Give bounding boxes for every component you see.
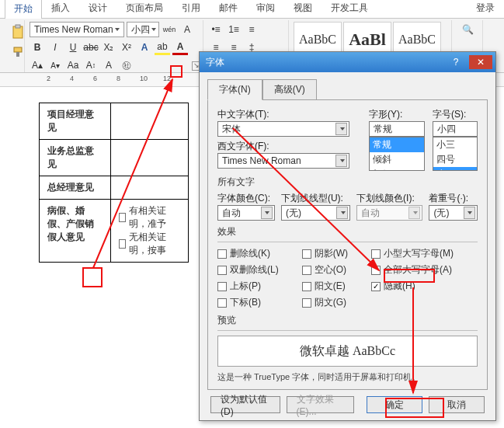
chk-engrave[interactable]: 阴文(G) xyxy=(302,296,348,309)
emphasis-combo[interactable]: (无) xyxy=(429,205,478,221)
cell-check-label: 有相关证明，准予 xyxy=(129,204,180,231)
chk-double-strike[interactable]: 双删除线(L) xyxy=(217,263,279,277)
style-listbox[interactable]: 常规 倾斜 加粗 xyxy=(369,137,425,171)
ok-button[interactable]: 确定 xyxy=(367,396,422,413)
highlight-button[interactable]: ab xyxy=(155,40,170,55)
chk-outline[interactable]: 空心(O) xyxy=(302,263,348,277)
find-button[interactable]: 🔍 xyxy=(457,22,478,37)
bullets-button[interactable]: •≡ xyxy=(208,22,224,37)
size-option[interactable]: 四号 xyxy=(433,152,477,167)
cell-value[interactable] xyxy=(111,103,189,140)
clear-format-button[interactable]: Aa xyxy=(65,57,81,73)
chk-shadow[interactable]: 阴影(W) xyxy=(302,247,348,260)
grow-font-button[interactable]: A▴ xyxy=(30,57,45,73)
en-font-combo[interactable]: Times New Roman xyxy=(217,153,349,169)
table-row[interactable]: 总经理意见 xyxy=(40,176,189,200)
chevron-down-icon xyxy=(115,28,120,31)
color-value: 自动 xyxy=(222,207,241,220)
checkbox-icon xyxy=(371,249,381,259)
underline-button[interactable]: U xyxy=(65,40,81,55)
char-shading-button[interactable]: A xyxy=(101,57,116,73)
superscript-button[interactable]: X² xyxy=(119,40,134,55)
text-effects-button[interactable]: 文字效果(E)... xyxy=(287,396,354,413)
doc-table: 项目经理意见 业务总监意见 总经理意见 病假、婚假、产假销假人意见 有相关证明，… xyxy=(39,103,189,263)
style-sample-text: AaBl xyxy=(349,30,386,50)
chk-small-caps[interactable]: 小型大写字母(M) xyxy=(371,247,454,260)
underline-style-combo[interactable]: (无) xyxy=(281,205,350,221)
chk-emboss[interactable]: 阳文(E) xyxy=(302,280,348,293)
checkbox-icon[interactable] xyxy=(119,239,126,249)
size-input[interactable]: 小四 xyxy=(433,121,478,137)
color-combo[interactable]: 自动 xyxy=(217,205,275,221)
chk-all-caps[interactable]: 全部大写字母(A) xyxy=(371,263,454,277)
tab-font-n[interactable]: 字体(N) xyxy=(207,79,262,100)
shrink-font-button[interactable]: A▾ xyxy=(47,57,63,73)
cell-label[interactable]: 业务总监意见 xyxy=(40,140,111,176)
enclose-char-button[interactable]: ㊓ xyxy=(119,57,134,73)
chk-hidden[interactable]: 隐藏(H) xyxy=(371,280,454,293)
style-option[interactable]: 倾斜 xyxy=(370,152,424,167)
size-option[interactable]: 小三 xyxy=(433,137,477,152)
login-link[interactable]: 登录 xyxy=(467,0,504,18)
multilevel-button[interactable]: ≡ xyxy=(244,22,259,37)
checkbox-icon xyxy=(302,266,311,275)
cell-label[interactable]: 总经理意见 xyxy=(40,176,111,200)
cn-font-combo[interactable]: 宋体 xyxy=(217,121,349,137)
tab-references[interactable]: 引用 xyxy=(172,0,210,18)
subscript-button[interactable]: X₂ xyxy=(101,40,116,55)
font-color-button[interactable]: A xyxy=(172,40,188,55)
underline-color-combo[interactable]: 自动 xyxy=(356,205,422,221)
cell-label[interactable]: 病假、婚假、产假销假人意见 xyxy=(40,200,111,263)
cell-value[interactable] xyxy=(111,140,189,176)
checkbox-icon xyxy=(371,282,381,291)
size-listbox[interactable]: 小三 四号 小四 xyxy=(433,137,478,171)
text-effects-button[interactable]: A xyxy=(137,40,152,55)
table-row[interactable]: 项目经理意见 xyxy=(40,103,189,140)
tab-advanced-v[interactable]: 高级(V) xyxy=(262,79,317,100)
tab-layout[interactable]: 页面布局 xyxy=(116,0,172,18)
clipboard-icon xyxy=(11,24,25,40)
help-button[interactable]: ? xyxy=(444,55,468,69)
cell-value[interactable] xyxy=(111,176,189,200)
tab-design[interactable]: 设计 xyxy=(79,0,116,18)
close-button[interactable]: ✕ xyxy=(469,55,492,69)
bold-button[interactable]: B xyxy=(30,40,45,55)
set-default-button[interactable]: 设为默认值(D) xyxy=(210,396,280,413)
tab-developer[interactable]: 开发工具 xyxy=(322,0,377,18)
style-input[interactable]: 常规 xyxy=(369,121,425,137)
brush-icon xyxy=(12,46,24,58)
chk-superscript[interactable]: 上标(P) xyxy=(217,280,279,293)
tab-home[interactable]: 开始 xyxy=(5,0,42,19)
en-font-label: 西文字体(F): xyxy=(217,140,361,153)
tab-insert[interactable]: 插入 xyxy=(42,0,79,18)
tab-review[interactable]: 审阅 xyxy=(247,0,284,18)
chevron-down-icon xyxy=(335,155,347,167)
font-size-combo[interactable]: 小四 xyxy=(127,22,159,37)
chk-subscript[interactable]: 下标(B) xyxy=(217,296,279,309)
font-name-value: Times New Roman xyxy=(34,24,113,35)
font-dialog: 字体 ? ✕ 字体(N) 高级(V) 中文字体(T): 宋体 西文字体(F): … xyxy=(199,51,496,421)
table-row[interactable]: 病假、婚假、产假销假人意见 有相关证明，准予 无相关证明，按事 xyxy=(40,200,189,263)
numbering-button[interactable]: 1≡ xyxy=(226,22,242,37)
char-border-button[interactable]: A xyxy=(179,22,195,37)
cancel-button[interactable]: 取消 xyxy=(429,396,485,413)
size-option[interactable]: 小四 xyxy=(433,167,477,171)
tab-view[interactable]: 视图 xyxy=(284,0,322,18)
tab-mail[interactable]: 邮件 xyxy=(210,0,247,18)
cell-value[interactable]: 有相关证明，准予 无相关证明，按事 xyxy=(111,200,189,263)
strike-button[interactable]: abc xyxy=(83,40,99,55)
font-name-combo[interactable]: Times New Roman xyxy=(30,22,124,37)
size-label: 字号(S): xyxy=(433,108,478,121)
style-option[interactable]: 加粗 xyxy=(370,167,424,171)
style-option[interactable]: 常规 xyxy=(370,137,424,152)
cell-label[interactable]: 项目经理意见 xyxy=(40,103,111,140)
checkbox-icon[interactable] xyxy=(119,213,126,222)
change-case-button[interactable]: A↕ xyxy=(83,57,99,73)
chk-strike[interactable]: 删除线(K) xyxy=(217,247,279,260)
ruler-tick: 4 xyxy=(70,75,74,82)
italic-button[interactable]: I xyxy=(47,40,63,55)
phonetic-guide-button[interactable]: wén xyxy=(162,22,177,37)
chk-label: 阳文(E) xyxy=(315,280,346,293)
table-row[interactable]: 业务总监意见 xyxy=(40,140,189,176)
dialog-titlebar[interactable]: 字体 ? ✕ xyxy=(200,52,495,72)
